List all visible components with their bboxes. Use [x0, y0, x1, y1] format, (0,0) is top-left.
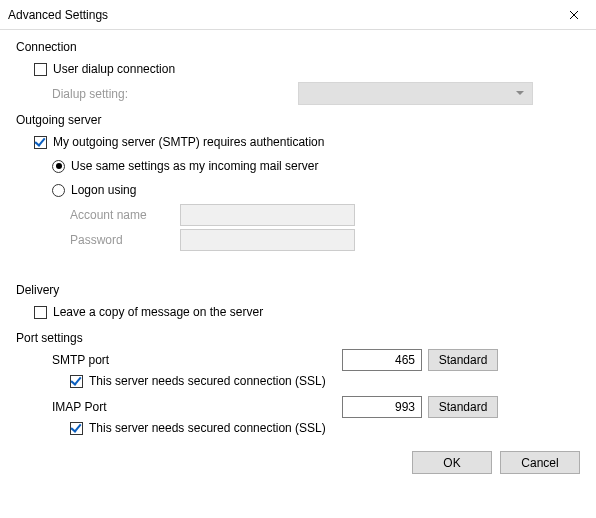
- dialup-checkbox[interactable]: [34, 63, 47, 76]
- dialup-setting-dropdown: [298, 82, 533, 105]
- outgoing-title: Outgoing server: [16, 113, 580, 127]
- dialog-content: Connection User dialup connection Dialup…: [0, 30, 596, 435]
- port-settings-title: Port settings: [16, 331, 580, 345]
- smtp-port-label: SMTP port: [52, 353, 132, 367]
- port-settings-section: Port settings SMTP port Standard This se…: [16, 331, 580, 435]
- imap-standard-button[interactable]: Standard: [428, 396, 498, 418]
- close-icon: [569, 10, 579, 20]
- outgoing-section: Outgoing server My outgoing server (SMTP…: [16, 113, 580, 251]
- smtp-ssl-checkbox[interactable]: [70, 375, 83, 388]
- close-button[interactable]: [551, 0, 596, 29]
- smtp-ssl-label: This server needs secured connection (SS…: [89, 374, 326, 388]
- window-title: Advanced Settings: [8, 8, 551, 22]
- smtp-standard-button[interactable]: Standard: [428, 349, 498, 371]
- leave-copy-label: Leave a copy of message on the server: [53, 305, 263, 319]
- password-label: Password: [70, 233, 180, 247]
- radio-logon-using[interactable]: [52, 184, 65, 197]
- dialup-setting-label: Dialup setting:: [52, 87, 128, 101]
- connection-title: Connection: [16, 40, 580, 54]
- smtp-auth-label: My outgoing server (SMTP) requires authe…: [53, 135, 324, 149]
- imap-ssl-checkbox[interactable]: [70, 422, 83, 435]
- delivery-section: Delivery Leave a copy of message on the …: [16, 283, 580, 323]
- connection-section: Connection User dialup connection Dialup…: [16, 40, 580, 105]
- account-name-input: [180, 204, 355, 226]
- cancel-button[interactable]: Cancel: [500, 451, 580, 474]
- password-input: [180, 229, 355, 251]
- titlebar: Advanced Settings: [0, 0, 596, 30]
- account-name-label: Account name: [70, 208, 180, 222]
- radio-logon-label: Logon using: [71, 183, 136, 197]
- ok-button[interactable]: OK: [412, 451, 492, 474]
- radio-same-settings[interactable]: [52, 160, 65, 173]
- smtp-port-input[interactable]: [342, 349, 422, 371]
- radio-same-label: Use same settings as my incoming mail se…: [71, 159, 318, 173]
- dialup-label: User dialup connection: [53, 62, 175, 76]
- imap-port-input[interactable]: [342, 396, 422, 418]
- smtp-auth-checkbox[interactable]: [34, 136, 47, 149]
- leave-copy-checkbox[interactable]: [34, 306, 47, 319]
- dialog-footer: OK Cancel: [0, 443, 596, 486]
- imap-ssl-label: This server needs secured connection (SS…: [89, 421, 326, 435]
- imap-port-label: IMAP Port: [52, 400, 132, 414]
- delivery-title: Delivery: [16, 283, 580, 297]
